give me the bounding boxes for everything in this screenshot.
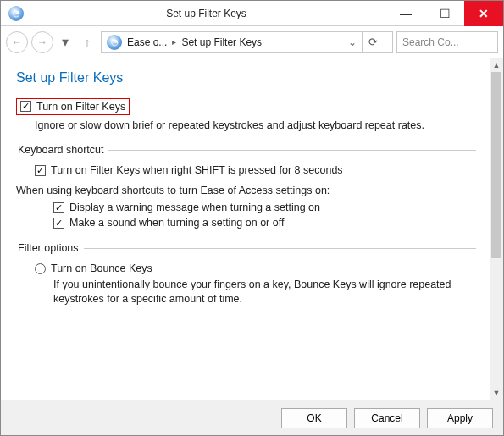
window-icon: ◔ <box>6 3 26 24</box>
filter-options-legend: Filter options <box>16 242 84 254</box>
maximize-button[interactable]: ☐ <box>425 1 464 26</box>
keyboard-shortcut-legend: Keyboard shortcut <box>16 144 108 156</box>
search-input[interactable]: Search Co... <box>396 31 498 53</box>
window-title: Set up Filter Keys <box>26 8 386 19</box>
refresh-icon: ⟳ <box>368 36 378 48</box>
bounce-keys-description: If you unintentionally bounce your finge… <box>53 278 476 306</box>
arrow-left-icon: ← <box>12 36 22 48</box>
forward-button[interactable]: → <box>31 31 53 53</box>
content-area: Set up Filter Keys ✓ Turn on Filter Keys… <box>1 58 490 400</box>
scroll-down-button[interactable]: ▼ <box>490 386 503 400</box>
arrow-right-icon: → <box>37 36 47 48</box>
chevron-right-icon: ▸ <box>169 37 180 47</box>
chevron-down-icon: ⌄ <box>348 36 357 48</box>
close-button[interactable]: ✕ <box>464 1 503 26</box>
navigation-bar: ← → ▾ ↑ ◔ Ease o... ▸ Set up Filter Keys… <box>1 26 503 58</box>
shift-shortcut-row: ✓ Turn on Filter Keys when right SHIFT i… <box>35 164 476 176</box>
page-heading: Set up Filter Keys <box>16 70 476 86</box>
highlight-box: ✓ Turn on Filter Keys <box>16 98 130 115</box>
history-dropdown[interactable]: ▾ <box>57 34 74 50</box>
footer-bar: OK Cancel Apply <box>1 400 503 435</box>
warning-label: Display a warning message when turning a… <box>69 201 320 213</box>
ok-button[interactable]: OK <box>281 408 347 428</box>
warning-row: ✓ Display a warning message when turning… <box>53 201 476 213</box>
chevron-down-icon: ▾ <box>62 35 69 49</box>
cancel-button[interactable]: Cancel <box>354 408 420 428</box>
turn-on-description: Ignore or slow down brief or repeated ke… <box>35 119 476 133</box>
turn-on-filter-keys-checkbox-row: ✓ Turn on Filter Keys <box>20 101 125 113</box>
apply-button[interactable]: Apply <box>427 408 493 428</box>
breadcrumb-part[interactable]: Set up Filter Keys <box>180 36 263 48</box>
turn-on-filter-keys-label: Turn on Filter Keys <box>36 101 125 113</box>
breadcrumb-icon: ◔ <box>106 34 123 51</box>
shift-shortcut-checkbox[interactable]: ✓ <box>35 165 46 176</box>
breadcrumb[interactable]: ◔ Ease o... ▸ Set up Filter Keys ⌄ ⟳ <box>101 31 393 53</box>
bounce-keys-row: Turn on Bounce Keys <box>35 262 476 274</box>
scroll-thumb[interactable] <box>491 72 501 258</box>
scroll-up-button[interactable]: ▲ <box>490 58 503 72</box>
ease-of-access-icon: ◔ <box>8 6 24 21</box>
title-bar: ◔ Set up Filter Keys — ☐ ✕ <box>1 1 503 26</box>
shift-shortcut-label: Turn on Filter Keys when right SHIFT is … <box>51 164 343 176</box>
bounce-keys-radio[interactable] <box>35 263 46 274</box>
sound-label: Make a sound when turning a setting on o… <box>69 217 284 229</box>
arrow-up-icon: ↑ <box>85 36 91 49</box>
bounce-keys-label: Turn on Bounce Keys <box>51 262 152 274</box>
vertical-scrollbar[interactable]: ▲ ▼ <box>490 58 503 400</box>
breadcrumb-part[interactable]: Ease o... <box>125 36 169 48</box>
turn-on-filter-keys-checkbox[interactable]: ✓ <box>20 101 31 112</box>
window-controls: — ☐ ✕ <box>386 1 503 26</box>
sound-row: ✓ Make a sound when turning a setting on… <box>53 217 476 229</box>
keyboard-shortcut-group: Keyboard shortcut ✓ Turn on Filter Keys … <box>16 144 476 232</box>
shortcut-sub-intro: When using keyboard shortcuts to turn Ea… <box>16 185 476 196</box>
up-button[interactable]: ↑ <box>79 36 96 49</box>
search-placeholder: Search Co... <box>402 36 459 48</box>
back-button[interactable]: ← <box>6 31 28 53</box>
sound-checkbox[interactable]: ✓ <box>53 218 64 229</box>
minimize-button[interactable]: — <box>386 1 425 26</box>
filter-options-group: Filter options Turn on Bounce Keys If yo… <box>16 242 476 310</box>
warning-checkbox[interactable]: ✓ <box>53 202 64 213</box>
refresh-button[interactable]: ⟳ <box>362 31 384 53</box>
breadcrumb-dropdown[interactable]: ⌄ <box>343 36 362 48</box>
